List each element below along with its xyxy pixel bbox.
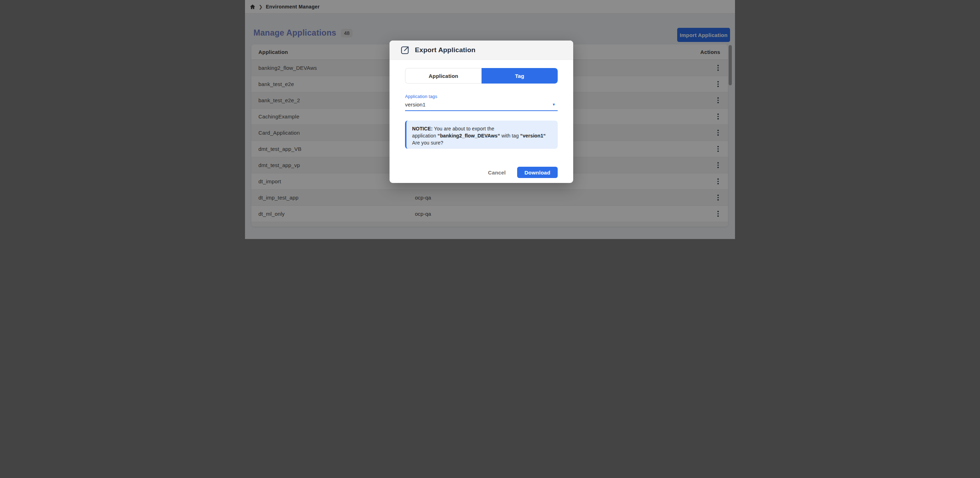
cancel-button[interactable]: Cancel — [486, 169, 508, 176]
notice-text: with tag — [500, 133, 520, 139]
notice-text: application — [412, 133, 438, 139]
select-label: Application tags — [405, 94, 558, 99]
modal-title: Export Application — [415, 46, 476, 54]
tab-tag[interactable]: Tag — [482, 68, 558, 84]
caret-down-icon: ▼ — [552, 103, 555, 107]
notice-text: You are about to export the — [433, 126, 494, 131]
modal-body: Application Tag Application tags version… — [390, 68, 573, 149]
notice-question: Are you sure? — [412, 140, 443, 146]
tab-application[interactable]: Application — [405, 68, 482, 84]
export-application-modal: Export Application Application Tag Appli… — [390, 41, 573, 183]
notice-app-name: “banking2_flow_DEVAws“ — [438, 133, 500, 139]
modal-footer: Cancel Download — [486, 167, 558, 178]
download-button[interactable]: Download — [517, 167, 558, 178]
environment-manager-screen: ❯ Environment Manager Manage Application… — [245, 0, 735, 239]
notice-label: NOTICE: — [412, 126, 433, 131]
notice-tag-name: “version1“ — [520, 133, 546, 139]
export-icon — [400, 45, 410, 55]
export-mode-tabs: Application Tag — [405, 68, 558, 84]
modal-header: Export Application — [390, 41, 573, 60]
select-value: version1 — [405, 102, 425, 108]
application-tags-select[interactable]: Application tags version1 ▼ — [405, 94, 558, 111]
export-notice: NOTICE: You are about to export the appl… — [405, 121, 558, 149]
